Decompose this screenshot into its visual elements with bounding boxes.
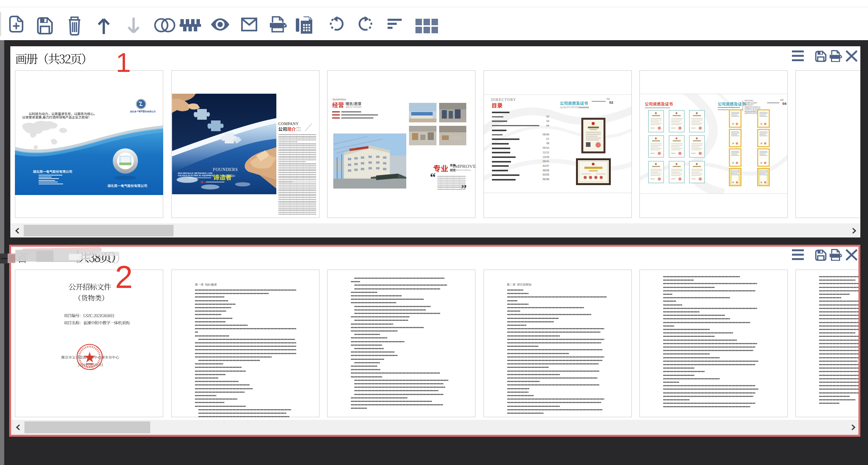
svg-text:01038169: 01038169 [86,366,94,368]
